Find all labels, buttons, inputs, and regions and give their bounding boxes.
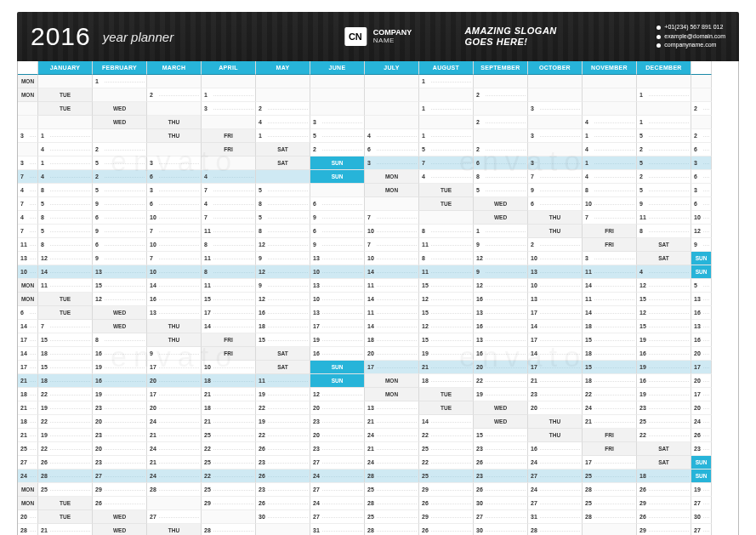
- day-cell: [147, 102, 202, 116]
- day-cell: 20: [691, 401, 712, 415]
- day-cell: 2: [637, 143, 691, 157]
- day-cell: 21: [147, 429, 202, 442]
- day-cell: 20: [18, 510, 38, 524]
- day-cell: [256, 524, 310, 535]
- dow-label-left: SAT: [637, 442, 691, 456]
- day-cell: 26: [419, 497, 474, 510]
- dow-label-right: SAT: [256, 157, 310, 170]
- day-cell: 15: [202, 293, 256, 306]
- day-cell: 21: [18, 429, 38, 442]
- month-header: SEPTEMBER: [474, 61, 528, 75]
- day-cell: 15: [583, 333, 637, 347]
- day-cell: 11: [38, 279, 93, 293]
- day-cell: 19: [637, 361, 691, 374]
- month-header: APRIL: [202, 61, 256, 75]
- day-cell: 19: [691, 483, 712, 497]
- day-cell: 10: [691, 211, 712, 225]
- day-cell: 3: [202, 102, 256, 116]
- day-cell: 19: [637, 333, 691, 347]
- slogan-line2: GOES HERE!: [464, 37, 556, 48]
- day-cell: 11: [637, 211, 691, 225]
- day-cell: 10: [147, 265, 202, 279]
- day-cell: 18: [38, 374, 93, 388]
- day-cell: 7: [38, 320, 93, 333]
- day-cell: 15: [256, 333, 310, 347]
- dow-label-right: WED: [474, 415, 528, 429]
- dow-label-right: MON: [18, 293, 38, 306]
- day-cell: 25: [202, 429, 256, 442]
- day-cell: 16: [310, 347, 365, 361]
- day-cell: 3: [310, 116, 365, 129]
- dow-label-left: MON: [18, 279, 38, 293]
- day-cell: [310, 88, 365, 102]
- day-cell: 9: [637, 197, 691, 211]
- day-cell: 13: [691, 293, 712, 306]
- day-cell: [365, 88, 419, 102]
- day-cell: 12: [637, 306, 691, 320]
- day-cell: [528, 75, 583, 88]
- day-cell: [202, 75, 256, 88]
- day-cell: 21: [18, 374, 38, 388]
- day-cell: 25: [365, 510, 419, 524]
- dow-label-left: SUN: [691, 456, 712, 470]
- dow-label-left: TUE: [419, 184, 474, 197]
- day-cell: 8: [38, 238, 93, 252]
- day-cell: 13: [93, 265, 147, 279]
- day-cell: 21: [18, 401, 38, 415]
- day-cell: [419, 88, 474, 102]
- day-cell: 17: [528, 306, 583, 320]
- day-cell: 3: [147, 184, 202, 197]
- day-cell: 6: [310, 225, 365, 238]
- day-cell: 12: [256, 293, 310, 306]
- day-cell: [583, 524, 637, 535]
- day-cell: 12: [474, 252, 528, 265]
- day-cell: 6: [93, 211, 147, 225]
- day-cell: 17: [691, 361, 712, 374]
- day-cell: 24: [147, 470, 202, 483]
- day-cell: 24: [583, 401, 637, 415]
- day-cell: 2: [310, 143, 365, 157]
- day-cell: 27: [528, 470, 583, 483]
- day-cell: 1: [202, 88, 256, 102]
- day-cell: [691, 75, 712, 88]
- day-cell: 7: [147, 252, 202, 265]
- day-cell: 11: [202, 225, 256, 238]
- day-cell: [256, 88, 310, 102]
- day-cell: [310, 184, 365, 197]
- day-cell: 11: [365, 306, 419, 320]
- day-cell: 14: [528, 320, 583, 333]
- day-cell: [691, 88, 712, 102]
- dow-label-right: TUE: [419, 197, 474, 211]
- day-cell: 6: [691, 170, 712, 184]
- day-cell: 17: [583, 456, 637, 470]
- dow-label-right: SUN: [691, 265, 712, 279]
- day-cell: 10: [528, 252, 583, 265]
- day-cell: 25: [202, 456, 256, 470]
- day-cell: 16: [637, 347, 691, 361]
- day-cell: 15: [637, 320, 691, 333]
- day-cell: 4: [38, 143, 93, 157]
- day-cell: 12: [691, 225, 712, 238]
- day-cell: [419, 211, 474, 225]
- day-cell: 19: [93, 388, 147, 401]
- day-cell: 26: [419, 524, 474, 535]
- day-cell: [310, 75, 365, 88]
- day-cell: 20: [691, 347, 712, 361]
- day-cell: [18, 143, 38, 157]
- day-cell: 5: [637, 157, 691, 170]
- day-cell: 27: [474, 510, 528, 524]
- day-cell: 18: [18, 388, 38, 401]
- day-cell: 8: [256, 197, 310, 211]
- day-cell: 26: [256, 470, 310, 483]
- day-cell: 4: [583, 116, 637, 129]
- day-cell: 1: [419, 75, 474, 88]
- day-cell: 7: [528, 170, 583, 184]
- day-cell: 24: [365, 429, 419, 442]
- day-cell: 23: [637, 401, 691, 415]
- company-name-line2: NAME: [373, 37, 412, 45]
- day-cell: [474, 102, 528, 116]
- logo-icon: CN: [344, 27, 367, 46]
- day-cell: 15: [93, 279, 147, 293]
- day-cell: 14: [583, 306, 637, 320]
- day-cell: 25: [419, 442, 474, 456]
